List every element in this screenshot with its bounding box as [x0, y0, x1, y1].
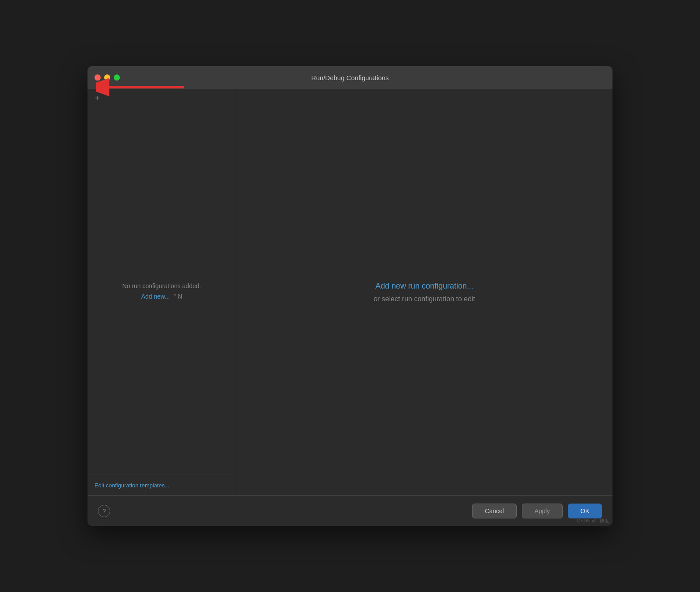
window-controls — [94, 74, 120, 81]
cancel-button[interactable]: Cancel — [472, 504, 517, 518]
apply-button[interactable]: Apply — [522, 504, 563, 518]
maximize-button[interactable] — [114, 74, 120, 81]
add-new-shortcut: ⌃N — [172, 293, 182, 300]
edit-templates-link[interactable]: Edit configuration templates... — [94, 482, 169, 489]
sidebar: + No run configurations added. Add new..… — [88, 89, 236, 495]
add-new-run-config-link[interactable]: Add new run configuration... — [375, 282, 473, 291]
add-new-link[interactable]: Add new... — [141, 293, 170, 300]
close-button[interactable] — [94, 74, 101, 81]
sidebar-empty-state: No run configurations added. Add new... … — [88, 107, 236, 475]
footer-left: ? — [98, 505, 110, 517]
no-config-text: No run configurations added. — [122, 282, 201, 289]
add-new-row: Add new... ⌃N — [141, 293, 182, 300]
run-debug-dialog: Run/Debug Configurations + No run config… — [88, 66, 612, 526]
title-bar: Run/Debug Configurations — [88, 66, 612, 89]
dialog-body: + No run configurations added. Add new..… — [88, 89, 612, 495]
add-configuration-button[interactable]: + — [91, 92, 103, 104]
dialog-footer: ? Cancel Apply OK — [88, 495, 612, 526]
help-button[interactable]: ? — [98, 505, 110, 517]
sidebar-footer: Edit configuration templates... — [88, 475, 236, 495]
ok-button[interactable]: OK — [568, 504, 602, 518]
minimize-button[interactable] — [104, 74, 110, 81]
footer-right: Cancel Apply OK — [472, 504, 602, 518]
sidebar-toolbar: + — [88, 89, 236, 107]
watermark: CSDN @_神鬼 — [577, 518, 609, 524]
dialog-title: Run/Debug Configurations — [312, 74, 389, 81]
or-select-text: or select run configuration to edit — [374, 295, 475, 303]
right-panel: Add new run configuration... or select r… — [236, 89, 612, 495]
